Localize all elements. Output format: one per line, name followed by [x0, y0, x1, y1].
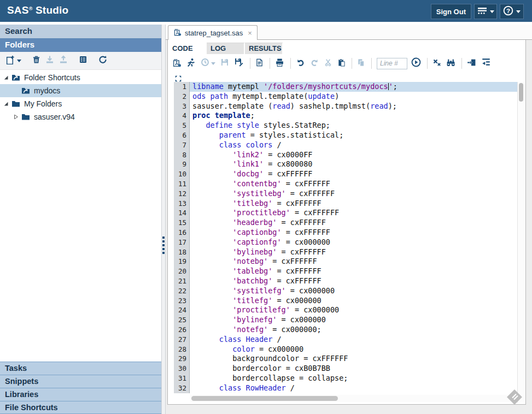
code-line[interactable]: 14 'proctitlebg' = cxFFFFFF	[174, 208, 517, 218]
cut-button[interactable]	[324, 57, 332, 70]
save-as-button[interactable]	[234, 57, 244, 70]
download-button[interactable]	[45, 54, 54, 67]
sas-program-button[interactable]	[172, 57, 182, 70]
format-code-button[interactable]	[481, 57, 491, 70]
sign-out-button[interactable]: Sign Out	[431, 4, 471, 19]
chevron-down-icon	[516, 10, 521, 13]
code-line[interactable]: 13 'titlebg' = cxFFFFFF	[174, 199, 517, 209]
code-line[interactable]: 7 class colors /	[174, 140, 517, 150]
new-program-button[interactable]	[255, 57, 264, 70]
properties-button[interactable]	[79, 54, 87, 67]
code-line[interactable]: 20 'tablebg' = cxFFFFFF	[174, 267, 517, 276]
code-line[interactable]: 25 'bylinefg' = cx000000	[174, 315, 517, 325]
tab-code[interactable]: CODE	[168, 43, 207, 54]
copy-button[interactable]	[357, 57, 365, 70]
vertical-scrollbar-thumb[interactable]	[519, 83, 523, 102]
redo-button[interactable]	[310, 57, 319, 70]
horizontal-scrollbar-thumb[interactable]	[191, 396, 338, 401]
code-line[interactable]: 21 'batchbg' = cxFFFFFF	[174, 276, 517, 286]
code-line[interactable]: 3sasuser.template (read) sashelp.tmplmst…	[174, 102, 517, 111]
application-menu-button[interactable]	[474, 4, 497, 19]
code-line[interactable]: 29 backgroundcolor = cxFFFFFF	[174, 354, 517, 364]
delete-button[interactable]	[32, 54, 40, 67]
code-line[interactable]: 1libname mytempl '/folders/myshortcuts/m…	[174, 82, 517, 92]
code-line[interactable]: 12 'systitlebg' = cxFFFFFF	[174, 189, 517, 199]
tree-item-mydocs[interactable]: mydocs	[0, 84, 161, 97]
code-line[interactable]: 17 'captionfg' = cx000000	[174, 238, 517, 247]
save-as-icon	[234, 57, 244, 69]
code-line[interactable]: 19 'notebg' = cxFFFFFF	[174, 257, 517, 267]
tree-item-label: mydocs	[34, 86, 60, 95]
code-line[interactable]: 26 'notefg' = cx000000;	[174, 325, 517, 335]
code-editor[interactable]: 1libname mytempl '/folders/myshortcuts/m…	[174, 82, 517, 393]
code-line[interactable]: 8 'link2' = cx0000FF	[174, 150, 517, 160]
code-line[interactable]: 11 'contentbg' = cxFFFFFF	[174, 179, 517, 189]
code-line[interactable]: 24 'proctitlefg' = cx000000	[174, 305, 517, 315]
sidebar-section-snippets[interactable]: Snippets	[0, 375, 161, 388]
code-line[interactable]: 28 color = cx000000	[174, 345, 517, 354]
code-text: 'titlefg' = cx000000	[190, 296, 517, 306]
close-icon[interactable]: ×	[248, 29, 252, 37]
go-circle-play-icon	[411, 57, 421, 69]
line-number: 32	[174, 383, 190, 393]
code-line[interactable]: 10 'docbg' = cxFFFFFF	[174, 169, 517, 179]
code-line[interactable]: 2ods path mytempl.template(update)	[174, 92, 517, 102]
undo-button[interactable]	[296, 57, 305, 70]
submission-history-button[interactable]	[201, 57, 215, 70]
code-line[interactable]: 9 'link1' = cx800080	[174, 159, 517, 169]
code-text: 'systitlebg' = cxFFFFFF	[190, 189, 517, 199]
line-number: 22	[174, 286, 190, 296]
vertical-scrollbar[interactable]	[517, 82, 524, 403]
code-line[interactable]: 5 define style styles.StatRep;	[174, 121, 517, 131]
code-text: color = cx000000	[190, 345, 517, 354]
tab-statrep-tagset-sas[interactable]: statrep_tagset.sas ×	[168, 25, 258, 40]
new-item-button[interactable]	[5, 54, 21, 67]
find-button[interactable]	[446, 57, 455, 70]
code-line[interactable]: 30 bordercolor = cxB0B7BB	[174, 364, 517, 374]
code-line[interactable]: 31 bordercollapse = collapse;	[174, 374, 517, 383]
help-menu-button[interactable]: ?	[500, 4, 524, 19]
code-line[interactable]: 16 'captionbg' = cxFFFFFF	[174, 228, 517, 238]
expander-collapsed-icon[interactable]	[13, 114, 21, 120]
code-line[interactable]: 15 'headerbg' = cxFFFFFF	[174, 218, 517, 228]
refresh-button[interactable]	[98, 54, 107, 67]
tree-item-my-folders[interactable]: My Folders	[0, 97, 161, 110]
save-button[interactable]	[220, 57, 229, 70]
tab-results[interactable]: RESULTS	[245, 43, 283, 54]
code-text: 'captionbg' = cxFFFFFF	[190, 228, 517, 238]
sidebar-section-libraries[interactable]: Libraries	[0, 388, 161, 401]
resize-grip-icon[interactable]	[505, 388, 525, 406]
tree-item-sasuser-v94[interactable]: sasuser.v94	[0, 110, 161, 123]
tab-log[interactable]: LOG	[207, 43, 245, 54]
goto-line-input[interactable]	[377, 58, 407, 69]
run-button[interactable]	[186, 57, 196, 70]
code-line[interactable]: 6 parent = styles.statistical;	[174, 131, 517, 140]
goto-line-button[interactable]	[411, 57, 421, 70]
expander-expanded-icon[interactable]	[3, 101, 11, 107]
line-number: 28	[174, 345, 190, 354]
goto-region-button[interactable]	[467, 57, 476, 70]
clear-all-button[interactable]	[432, 57, 441, 70]
line-number: 18	[174, 247, 190, 257]
horizontal-scrollbar[interactable]	[190, 395, 515, 402]
code-text: libname mytempl '/folders/myshortcuts/my…	[190, 82, 517, 92]
print-button[interactable]	[275, 57, 284, 70]
sidebar-section-search[interactable]: Search	[0, 25, 161, 38]
sidebar-section-tasks[interactable]: Tasks	[0, 362, 161, 375]
code-line[interactable]: 18 'bylinebg' = cxFFFFFF	[174, 247, 517, 257]
code-line[interactable]: 23 'titlefg' = cx000000	[174, 296, 517, 306]
hamburger-menu-icon	[477, 7, 487, 16]
tree-item-folder-shortcuts[interactable]: Folder Shortcuts	[0, 71, 161, 84]
paste-button[interactable]	[337, 57, 346, 70]
code-line[interactable]: 4proc template;	[174, 111, 517, 121]
sidebar-section-folders[interactable]: Folders	[0, 38, 161, 52]
sidebar-section-file-shortcuts[interactable]: File Shortcuts	[0, 401, 161, 414]
upload-button[interactable]	[59, 54, 68, 67]
navigation-sidebar: Search Folders	[0, 25, 161, 414]
folder-icon	[21, 113, 31, 121]
sidebar-splitter[interactable]	[161, 25, 166, 414]
code-line[interactable]: 27 class Header /	[174, 335, 517, 345]
expander-expanded-icon[interactable]	[3, 75, 11, 80]
code-line[interactable]: 22 'systitlefg' = cx000000	[174, 286, 517, 296]
code-line[interactable]: 32 class RowHeader /	[174, 383, 517, 393]
